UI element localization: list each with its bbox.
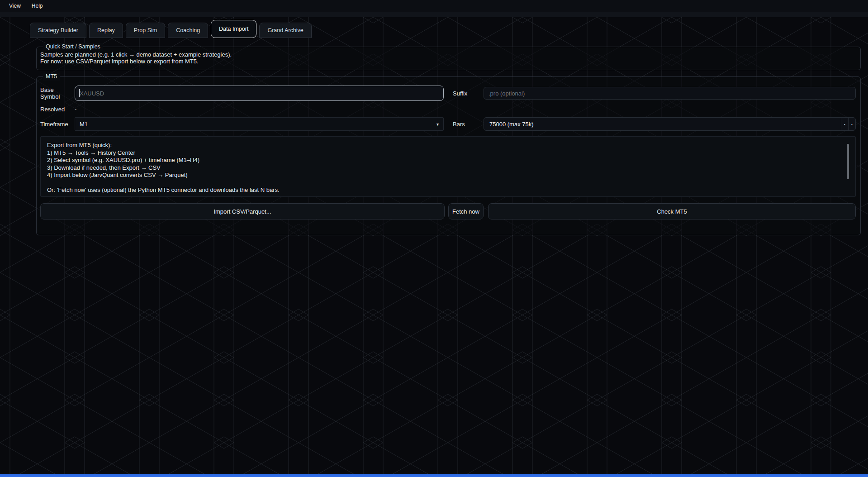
resolved-label: Resolved — [40, 106, 75, 113]
fetch-now-button[interactable]: Fetch now — [448, 203, 484, 219]
tab-replay[interactable]: Replay — [89, 23, 123, 38]
timeframe-label: Timeframe — [40, 121, 75, 128]
mt5-title: MT5 — [43, 73, 60, 81]
chevron-down-icon: ▾ — [436, 122, 439, 127]
tab-prop-sim[interactable]: Prop Sim — [126, 23, 165, 38]
export-instructions-textarea[interactable]: Export from MT5 (quick): 1) MT5 → Tools … — [40, 136, 856, 197]
textarea-scrollbar-thumb[interactable] — [847, 144, 849, 179]
quick-start-line1: Samples are planned (e.g. 1 click → demo… — [40, 51, 860, 58]
resolved-value: - — [75, 106, 76, 113]
export-instructions-text: Export from MT5 (quick): 1) MT5 → Tools … — [41, 137, 855, 199]
timeframe-row: Timeframe M1 ▾ Bars 75000 (max 75k) • • — [40, 117, 856, 131]
tab-strategy-builder[interactable]: Strategy Builder — [30, 23, 86, 38]
suffix-label: Suffix — [448, 90, 484, 97]
timeframe-select[interactable]: M1 ▾ — [75, 117, 444, 131]
menu-help[interactable]: Help — [27, 1, 47, 10]
tab-grand-archive[interactable]: Grand Archive — [259, 23, 311, 38]
base-symbol-input[interactable] — [75, 86, 444, 101]
base-symbol-row: Base Symbol Suffix — [40, 86, 856, 101]
check-mt5-button[interactable]: Check MT5 — [488, 203, 856, 219]
action-buttons-row: Import CSV/Parquet... Fetch now Check MT… — [40, 203, 856, 219]
bars-spinner[interactable]: 75000 (max 75k) • • — [484, 117, 856, 131]
bars-value: 75000 (max 75k) — [484, 121, 841, 128]
resolved-row: Resolved - — [40, 105, 856, 114]
base-symbol-field-wrap — [75, 86, 444, 101]
quick-start-title: Quick Start / Samples — [43, 43, 103, 51]
import-csv-parquet-button[interactable]: Import CSV/Parquet... — [40, 203, 445, 219]
timeframe-value: M1 — [80, 121, 88, 128]
tab-bar: Strategy Builder Replay Prop Sim Coachin… — [30, 19, 312, 38]
mt5-groupbox: MT5 Base Symbol Suffix Resolved - Timefr… — [36, 76, 861, 235]
spinner-up-button[interactable]: • — [848, 118, 855, 130]
quick-start-line2: For now: use CSV/Parquet import below or… — [40, 58, 860, 65]
menubar-divider-strip — [0, 12, 868, 17]
tab-coaching[interactable]: Coaching — [168, 23, 208, 38]
menu-view[interactable]: View — [5, 1, 25, 10]
bars-label: Bars — [448, 121, 484, 128]
base-symbol-label: Base Symbol — [40, 86, 75, 100]
bottom-accent-bar — [0, 474, 868, 477]
tab-data-import[interactable]: Data Import — [211, 20, 256, 38]
suffix-field-wrap — [484, 87, 856, 100]
main-content: Strategy Builder Replay Prop Sim Coachin… — [0, 17, 868, 477]
text-cursor — [79, 89, 80, 97]
quick-start-groupbox: Quick Start / Samples Samples are planne… — [36, 47, 861, 70]
suffix-input[interactable] — [484, 87, 856, 100]
menu-bar: View Help — [0, 0, 868, 12]
spinner-down-button[interactable]: • — [841, 118, 848, 130]
